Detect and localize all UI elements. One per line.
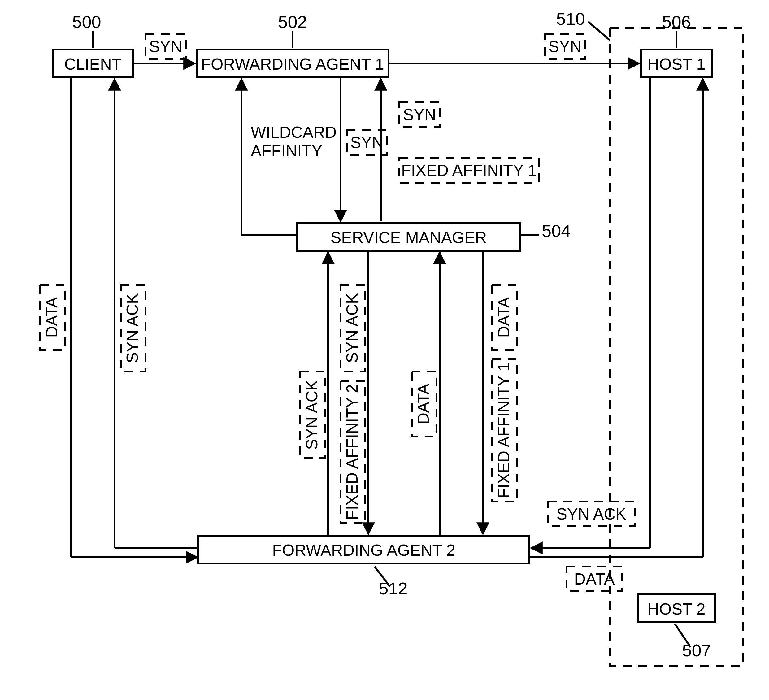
host-cluster (610, 28, 743, 666)
ref-510: 510 (556, 9, 585, 29)
svc-label: SERVICE MANAGER (331, 229, 487, 246)
svg-text:SYN: SYN (403, 106, 436, 124)
ref-502: 502 (278, 12, 307, 32)
ref-512: 512 (379, 579, 407, 598)
ref-504: 504 (542, 221, 571, 241)
svg-text:DATA: DATA (574, 570, 615, 588)
svg-text:SYN: SYN (351, 134, 384, 151)
svg-text:FIXED AFFINITY 1: FIXED AFFINITY 1 (495, 362, 513, 498)
wildcard-l2: AFFINITY (251, 142, 322, 160)
wildcard-l1: WILDCARD (251, 123, 336, 141)
svg-text:FIXED AFFINITY 1: FIXED AFFINITY 1 (401, 161, 537, 179)
host1-label: HOST 1 (648, 55, 706, 73)
svg-text:SYN: SYN (149, 37, 182, 55)
svg-text:SYN: SYN (549, 37, 582, 55)
svg-text:DATA: DATA (495, 297, 513, 338)
ref-507: 507 (682, 640, 711, 660)
fa1-label: FORWARDING AGENT 1 (201, 55, 384, 73)
ref-506: 506 (662, 12, 691, 32)
svg-text:SYN ACK: SYN ACK (123, 293, 141, 363)
svg-text:DATA: DATA (43, 297, 61, 338)
ref-500: 500 (72, 12, 101, 32)
host2-label: HOST 2 (648, 600, 706, 618)
svg-text:SYN ACK: SYN ACK (343, 293, 361, 363)
svg-text:FIXED AFFINITY 2: FIXED AFFINITY 2 (343, 384, 361, 520)
client-label: CLIENT (64, 55, 122, 73)
svg-text:DATA: DATA (414, 384, 432, 424)
fa2-label: FORWARDING AGENT 2 (272, 541, 455, 559)
svg-text:SYN ACK: SYN ACK (303, 380, 321, 450)
svg-text:SYN ACK: SYN ACK (556, 505, 626, 523)
